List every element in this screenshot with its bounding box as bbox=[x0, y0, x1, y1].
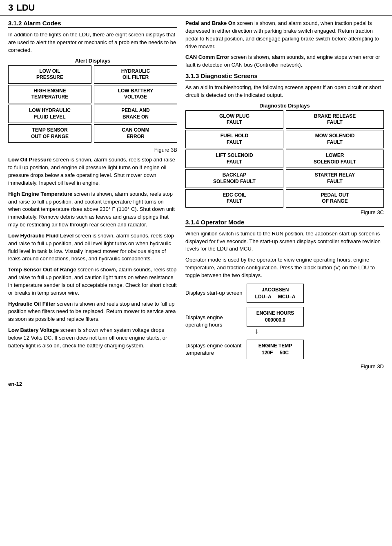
alert-displays-label: Alert Displays bbox=[8, 58, 177, 64]
diag-cell-pedal-out: PEDAL OUTOF RANGE bbox=[286, 189, 384, 208]
figure-3b-label: Figure 3B bbox=[8, 147, 177, 153]
diagnostic-displays-label: Diagnostic Displays bbox=[185, 103, 384, 109]
chapter-number: 3 bbox=[8, 2, 13, 13]
diag-cell-lift-solenoid: LIFT SOLENOIDFAULT bbox=[185, 150, 283, 168]
alert-displays-table: LOW OILPRESSURE HIGH ENGINETEMPERATURE L… bbox=[8, 65, 177, 143]
alert-col-1: LOW OILPRESSURE HIGH ENGINETEMPERATURE L… bbox=[8, 65, 91, 143]
diagnostic-screens-heading: 3.1.3 Diagnostic Screens bbox=[185, 72, 384, 81]
diag-cell-backlap: BACKLAPSOLENOID FAULT bbox=[185, 169, 283, 188]
low-oil-label: Low Oil Pressure bbox=[8, 157, 51, 163]
diag-cell-starter-relay: STARTER RELAYFAULT bbox=[286, 169, 384, 188]
diag-cell-mow-solenoid: MOW SOLENOIDFAULT bbox=[286, 130, 384, 148]
alert-cell-can-comm: CAN COMMERROR bbox=[94, 124, 177, 143]
fig3d-temp-label: Displays engine coolant temperature bbox=[185, 342, 243, 357]
alarm-codes-heading: 3.1.2 Alarm Codes bbox=[8, 20, 177, 28]
fig3d-hours-box-container: ENGINE HOURS000000.0 ↓ bbox=[247, 307, 384, 336]
diag-cell-fuel-hold: FUEL HOLDFAULT bbox=[185, 130, 283, 148]
temp-sensor-label: Temp Sensor Out of Range bbox=[8, 266, 76, 273]
alert-cell-low-hydraulic: LOW HYDRAULICFLUID LEVEL bbox=[8, 105, 91, 123]
high-engine-label: High Engine Temperature bbox=[8, 191, 72, 197]
page-footer: en-12 bbox=[0, 377, 392, 391]
fig3d-row-hours: Displays engine operating hours ENGINE H… bbox=[185, 307, 384, 336]
operator-mode-heading: 3.1.4 Operator Mode bbox=[185, 219, 384, 227]
alert-cell-low-battery: LOW BATTERYVOLTAGE bbox=[94, 85, 177, 103]
low-oil-para: Low Oil Pressure screen is shown, alarm … bbox=[8, 156, 177, 187]
low-battery-label: Low Battery Voltage bbox=[8, 327, 59, 333]
temp-sensor-para: Temp Sensor Out of Range screen is shown… bbox=[8, 266, 177, 297]
page-header: 3 LDU bbox=[0, 0, 392, 16]
hydraulic-oil-para: Hydraulic Oil Filter screen is shown and… bbox=[8, 300, 177, 324]
diag-cell-brake-release: BRAKE RELEASEFAULT bbox=[286, 110, 384, 129]
operator-para2: Operator mode is used by the operator to… bbox=[185, 256, 384, 280]
alert-cell-low-oil: LOW OILPRESSURE bbox=[8, 65, 91, 84]
left-column: 3.1.2 Alarm Codes In addition to the lig… bbox=[8, 20, 177, 373]
fig3d-hours-label: Displays engine operating hours bbox=[185, 314, 243, 329]
diag-cell-lower-solenoid: LOWERSOLENOID FAULT bbox=[286, 150, 384, 168]
can-comm-error-label: CAN Comm Error bbox=[185, 54, 229, 60]
diag-col-2: BRAKE RELEASEFAULT MOW SOLENOIDFAULT LOW… bbox=[286, 110, 384, 208]
can-comm-error-para: CAN Comm Error screen is shown, alarm so… bbox=[185, 54, 384, 69]
alert-cell-pedal-brake: PEDAL ANDBRAKE ON bbox=[94, 105, 177, 123]
diag-cell-glow-plug: GLOW PLUGFAULT bbox=[185, 110, 283, 129]
hydraulic-oil-label: Hydraulic Oil Filter bbox=[8, 301, 56, 307]
right-column: Pedal and Brake On screen is shown, and … bbox=[185, 20, 384, 373]
low-battery-para: Low Battery Voltage screen is shown when… bbox=[8, 327, 177, 350]
down-arrow-icon: ↓ bbox=[247, 327, 258, 335]
alert-cell-high-engine: HIGH ENGINETEMPERATURE bbox=[8, 85, 91, 103]
fig3d-startup-box: JACOBSENLDU–A MCU–A bbox=[247, 284, 304, 303]
figure-3c-label: Figure 3C bbox=[185, 209, 384, 215]
alert-col-2: HYDRAULICOIL FILTER LOW BATTERYVOLTAGE P… bbox=[94, 65, 177, 143]
low-hydraulic-para: Low Hydraulic Fluid Level screen is show… bbox=[8, 232, 177, 263]
pedal-brake-on-para: Pedal and Brake On screen is shown, and … bbox=[185, 20, 384, 50]
page-title: LDU bbox=[16, 2, 35, 13]
alert-cell-temp-sensor: TEMP SENSOROUT OF RANGE bbox=[8, 124, 91, 143]
diagnostic-intro: As an aid in troubleshooting, the follow… bbox=[185, 84, 384, 99]
fig3d-temp-box: ENGINE TEMP120F 50C bbox=[247, 340, 304, 359]
diagnostic-displays-table: GLOW PLUGFAULT FUEL HOLDFAULT LIFT SOLEN… bbox=[185, 110, 384, 208]
operator-para1: When ignition switch is turned to the RU… bbox=[185, 230, 384, 253]
pedal-brake-on-label: Pedal and Brake On bbox=[185, 20, 236, 26]
fig3d-startup-label: Displays start-up screen bbox=[185, 289, 243, 297]
high-engine-para: High Engine Temperature screen is shown,… bbox=[8, 190, 177, 229]
alert-cell-hydraulic-oil: HYDRAULICOIL FILTER bbox=[94, 65, 177, 84]
low-hydraulic-label: Low Hydraulic Fluid Level bbox=[8, 233, 74, 239]
page-body: 3.1.2 Alarm Codes In addition to the lig… bbox=[0, 16, 392, 377]
alarm-intro: In addition to the lights on the LDU, th… bbox=[8, 31, 177, 54]
figure-3d-label: Figure 3D bbox=[185, 363, 384, 369]
diag-cell-edc-coil: EDC COILFAULT bbox=[185, 189, 283, 208]
fig3d-row-temp: Displays engine coolant temperature ENGI… bbox=[185, 340, 384, 359]
fig3d-hours-box: ENGINE HOURS000000.0 bbox=[247, 307, 304, 327]
figure-3d-container: Displays start-up screen JACOBSENLDU–A M… bbox=[185, 284, 384, 359]
fig3d-row-startup: Displays start-up screen JACOBSENLDU–A M… bbox=[185, 284, 384, 303]
diag-col-1: GLOW PLUGFAULT FUEL HOLDFAULT LIFT SOLEN… bbox=[185, 110, 283, 208]
fig3d-startup-box-container: JACOBSENLDU–A MCU–A bbox=[247, 284, 384, 303]
fig3d-temp-box-container: ENGINE TEMP120F 50C bbox=[247, 340, 384, 359]
operator-mode-section: 3.1.4 Operator Mode When ignition switch… bbox=[185, 219, 384, 369]
